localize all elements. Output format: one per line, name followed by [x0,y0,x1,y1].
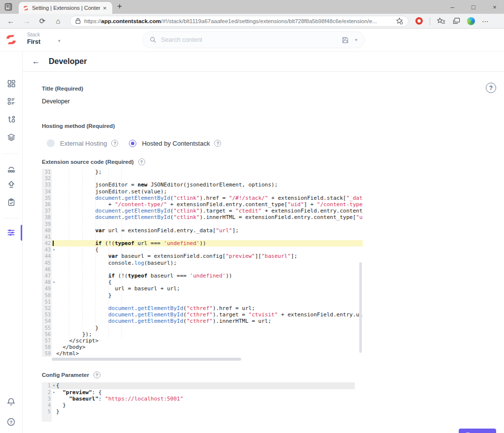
code-line[interactable]: 55 } [42,325,363,331]
radio-hosted-label[interactable]: Hosted by Contentstack [142,140,210,147]
back-icon[interactable]: ← [3,17,19,25]
code-line[interactable]: 34 jsonEditor.set(value); [42,188,363,195]
sidebar-item-settings[interactable] [0,228,22,237]
sidebar-item-assets[interactable] [0,133,22,142]
code-line[interactable]: 51 [42,299,363,305]
code-line[interactable]: 54 document.getElementById("cthref").inn… [42,318,363,324]
code-line[interactable]: 44 var baseurl = extensionField.config["… [42,253,363,259]
help-icon[interactable]: ? [0,417,22,427]
new-tab-button[interactable]: + [117,1,122,11]
code-line[interactable]: 50 } [42,292,363,299]
stack-switcher[interactable]: Stack First [27,31,40,45]
line-number: 34 [42,188,52,195]
fold-arrow-icon[interactable]: ▾ [52,279,56,285]
sidebar-item-tasks[interactable] [0,198,22,207]
code-line[interactable]: 48▾ { [42,279,363,285]
code-line[interactable]: 43▾ { [42,247,363,253]
favorites-hub-icon[interactable] [437,17,445,25]
code-line[interactable]: 59</html> [42,350,363,357]
code-line[interactable]: 53 document.getElementById("cthref").tar… [42,311,363,318]
code-line[interactable]: 58 </body> [42,344,363,350]
form-footer: Cancel Save [42,428,504,433]
refresh-icon[interactable]: ⟳ [34,17,50,26]
browser-menu-icon[interactable]: ⋯ [482,17,489,25]
radio-external-label[interactable]: External Hosting [60,140,107,147]
fold-arrow-icon[interactable]: ▾ [52,389,56,396]
sidebar-item-entries[interactable] [0,97,22,106]
code-line[interactable]: 39 [42,221,363,227]
window-close-button[interactable]: × [491,3,498,11]
hosted-help-icon[interactable]: ? [214,140,221,147]
line-number: 53 [42,311,52,318]
code-line[interactable]: 42 if (!(typeof url === 'undefined')) [42,240,363,247]
tab-close-icon[interactable]: × [103,5,107,11]
code-line[interactable]: 41 [42,234,363,240]
sidebar-item-dashboard[interactable] [0,79,22,88]
address-bar[interactable]: https://app.contentstack.com/#!/stack/bl… [70,16,409,27]
saved-search-caret-icon[interactable]: ▾ [355,37,357,42]
source-code-help-icon[interactable]: ? [138,158,145,165]
config-parameter-editor[interactable]: 1▾{2▾ "preview": {3 "baseurl": "https://… [42,382,355,422]
config-parameter-help-icon[interactable]: ? [94,371,100,378]
line-number: 54 [42,318,52,324]
code-line[interactable]: 36 + "/content-type/" + extensionField.e… [42,201,363,208]
editor-horizontal-scrollbar[interactable] [52,358,241,361]
stack-caret-icon[interactable]: ▾ [58,38,61,43]
sidebar-item-releases[interactable] [0,165,22,174]
code-line[interactable]: 4 } [42,402,355,408]
code-line[interactable]: 2▾ "preview": { [42,389,355,396]
code-line[interactable]: 5} [42,408,355,415]
lock-icon[interactable] [75,18,81,24]
radio-external-hosting[interactable] [47,139,55,147]
code-line[interactable]: 56 }); [42,331,363,338]
code-line[interactable]: 52 document.getElementById("cthref").hre… [42,305,363,311]
edge-profile-icon[interactable] [467,17,475,25]
line-number: 3 [42,396,52,402]
contentstack-logo-icon[interactable] [4,33,18,46]
line-number: 59 [42,350,52,357]
window-minimize-button[interactable]: – [449,3,456,11]
code-line[interactable]: 38 document.getElementById("ctlink").inn… [42,214,363,220]
line-number: 2 [42,389,52,396]
editor-vertical-scrollbar[interactable] [359,262,362,353]
code-line[interactable]: 35 document.getElementById("ctlink").hre… [42,195,363,201]
source-code-editor[interactable]: 31 };3233 jsonEditor = new JSONEditor(js… [42,169,363,357]
code-line[interactable]: 32 [42,175,363,182]
code-line[interactable]: 33 jsonEditor = new JSONEditor(jsonedito… [42,182,363,188]
sidebar-item-publish-queue[interactable] [0,180,22,189]
text-cursor [53,241,54,246]
save-button[interactable]: Save [459,429,496,433]
line-number: 46 [42,266,52,273]
code-line[interactable]: 45 console.log(baseurl); [42,260,363,266]
form-help-icon[interactable]: ? [486,83,496,93]
code-line[interactable]: 49 url = baseurl + url; [42,285,363,292]
back-arrow-icon[interactable]: ← [32,57,40,66]
tab-actions-icon[interactable] [4,3,12,11]
code-line[interactable]: 40 var url = extensionField.entry._data[… [42,227,363,234]
code-line[interactable]: 46 [42,266,363,273]
search-bar[interactable]: ▾ [142,31,365,48]
collections-icon[interactable] [452,17,460,25]
search-input[interactable] [161,36,342,43]
browser-toolbar: ← → ⟳ ⌂ https://app.contentstack.com/#!/… [0,14,504,29]
saved-search-icon[interactable] [342,36,349,44]
code-line[interactable]: 1▾{ [42,382,355,389]
external-help-icon[interactable]: ? [111,140,118,147]
title-field-value[interactable]: Developer [42,98,504,105]
code-line[interactable]: 57 </script> [42,338,363,344]
window-maximize-button[interactable]: □ [470,3,477,11]
radio-hosted-by-contentstack[interactable] [129,140,136,147]
code-line[interactable]: 3 "baseurl": "https://localhost:5001" [42,396,355,402]
favorite-star-icon[interactable] [396,17,403,25]
code-line[interactable]: 47 if (!(typeof baseurl === 'undefined')… [42,273,363,279]
notifications-bell[interactable] [0,397,22,406]
sidebar-item-content-models[interactable] [0,115,22,124]
extension-blocker-icon[interactable] [415,17,423,25]
fold-arrow-icon[interactable]: ▾ [52,247,56,253]
home-icon[interactable]: ⌂ [50,17,66,25]
url-text[interactable]: https://app.contentstack.com/#!/stack/bl… [84,18,392,24]
browser-tab[interactable]: Setting | Extensions | Contentstack × [19,2,112,14]
code-line[interactable]: 31 }; [42,169,363,175]
fold-arrow-icon[interactable]: ▾ [52,382,56,389]
code-line[interactable]: 37 document.getElementById("ctlink").tar… [42,208,363,214]
